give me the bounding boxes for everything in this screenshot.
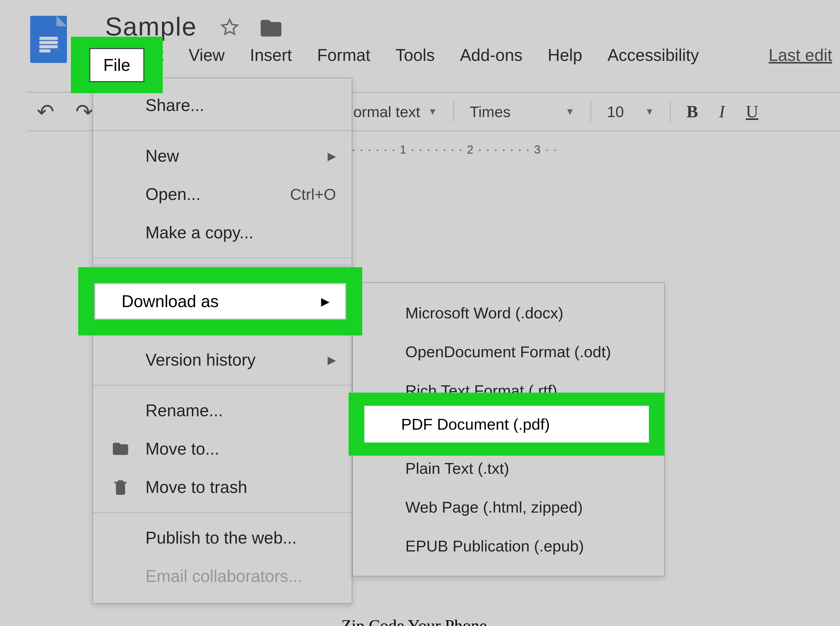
annotation-pdf-label: PDF Document (.pdf) <box>401 415 550 434</box>
file-menu-move-to[interactable]: Move to... <box>93 430 352 468</box>
menu-view[interactable]: View <box>176 40 237 70</box>
menu-addons[interactable]: Add-ons <box>447 40 535 70</box>
menu-bar: File Edit View Insert Format Tools Add-o… <box>70 39 840 71</box>
submenu-odt[interactable]: OpenDocument Format (.odt) <box>353 332 664 371</box>
file-menu-rename[interactable]: Rename... <box>93 391 352 430</box>
file-menu-move-to-trash[interactable]: Move to trash <box>93 468 352 506</box>
trash-icon <box>111 478 130 496</box>
menu-tools[interactable]: Tools <box>383 40 447 70</box>
submenu-arrow-icon: ▶ <box>328 354 336 366</box>
undo-button[interactable]: ↶ <box>26 100 65 124</box>
shortcut-label: Ctrl+O <box>290 185 336 203</box>
ruler: · · · · · · · 1 · · · · · · · 2 · · · · … <box>344 139 840 160</box>
submenu-epub[interactable]: EPUB Publication (.epub) <box>353 526 664 565</box>
annotation-highlight-pdf: PDF Document (.pdf) <box>349 393 665 455</box>
submenu-html[interactable]: Web Page (.html, zipped) <box>353 488 664 526</box>
paragraph-style-label: Normal text <box>342 103 420 121</box>
menu-insert[interactable]: Insert <box>237 40 305 70</box>
dropdown-icon: ▼ <box>645 106 654 117</box>
annotation-file-label: File <box>103 55 130 75</box>
menu-format[interactable]: Format <box>305 40 383 70</box>
folder-icon <box>111 440 130 458</box>
file-menu-email-collaborators: Email collaborators... <box>93 557 352 595</box>
file-menu-make-copy[interactable]: Make a copy... <box>93 213 352 252</box>
move-folder-icon[interactable] <box>258 16 283 41</box>
annotation-highlight-download: Download as ▶ <box>78 267 362 335</box>
submenu-arrow-icon: ▶ <box>328 150 336 163</box>
file-menu-version-history[interactable]: Version history ▶ <box>93 341 352 379</box>
annotation-highlight-file: File <box>71 37 163 93</box>
file-menu-new[interactable]: New ▶ <box>93 137 352 175</box>
file-menu-open[interactable]: Open... Ctrl+O <box>93 175 352 213</box>
last-edit-link[interactable]: Last edit <box>769 45 832 65</box>
dropdown-icon: ▼ <box>565 106 575 117</box>
star-icon[interactable] <box>219 17 240 38</box>
font-family-label: Times <box>469 103 511 121</box>
file-menu-publish-web[interactable]: Publish to the web... <box>93 519 352 557</box>
font-family-select[interactable]: Times ▼ <box>459 93 585 130</box>
font-size-select[interactable]: 10 ▼ <box>596 93 665 130</box>
docs-logo[interactable] <box>30 16 67 63</box>
menu-help[interactable]: Help <box>535 40 595 70</box>
italic-button[interactable]: I <box>709 102 735 122</box>
submenu-arrow-icon: ▶ <box>321 295 329 308</box>
file-menu-dropdown: Share... New ▶ Open... Ctrl+O Make a cop… <box>92 78 352 604</box>
underline-button[interactable]: U <box>735 102 769 122</box>
bold-button[interactable]: B <box>676 102 709 122</box>
menu-accessibility[interactable]: Accessibility <box>595 40 712 70</box>
annotation-download-label: Download as <box>122 292 219 311</box>
submenu-docx[interactable]: Microsoft Word (.docx) <box>353 293 664 332</box>
font-size-label: 10 <box>607 103 624 121</box>
dropdown-icon: ▼ <box>428 106 438 117</box>
